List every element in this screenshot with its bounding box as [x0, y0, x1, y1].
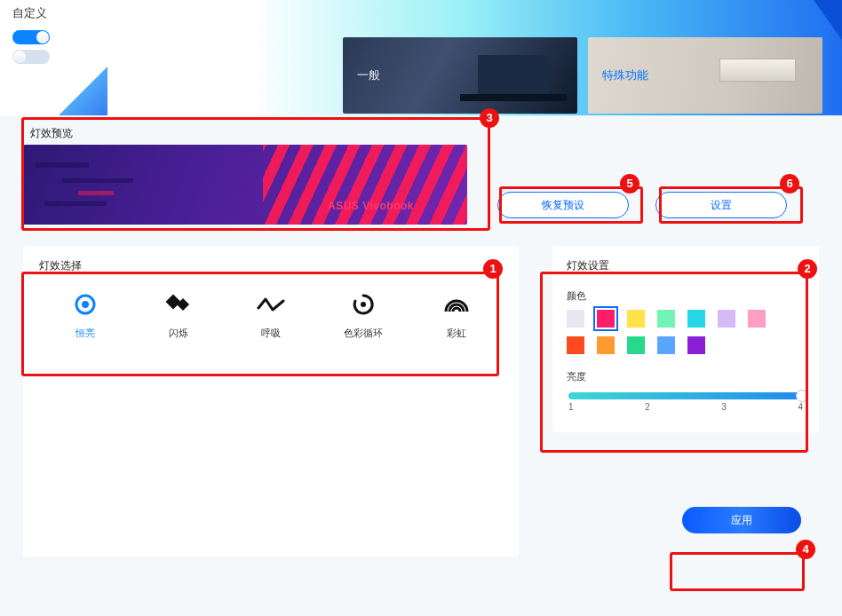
breathe-icon: [235, 289, 306, 320]
callout-badge-6: 6: [780, 174, 799, 193]
color-swatch[interactable]: [627, 310, 645, 328]
color-label: 颜色: [567, 289, 805, 303]
effect-label: 恒亮: [50, 327, 121, 340]
effects-panel: 灯效选择 恒亮 闪烁: [23, 246, 519, 557]
preview-brand: ASUS Vivobook: [328, 200, 414, 212]
color-swatch[interactable]: [567, 310, 584, 328]
color-swatches: [567, 310, 789, 354]
color-swatch[interactable]: [597, 310, 615, 328]
brightness-slider[interactable]: [568, 392, 803, 399]
tick: 4: [798, 403, 803, 412]
tab-general-label: 一般: [357, 67, 380, 83]
customize-label: 自定义: [12, 5, 325, 21]
callout-badge-5: 5: [620, 174, 639, 193]
effect-colorcycle[interactable]: 色彩循环: [328, 289, 399, 340]
effects-panel-title: 灯效选择: [39, 258, 503, 273]
svg-point-4: [361, 302, 366, 307]
effect-label: 彩虹: [421, 327, 492, 340]
brightness-section: 亮度 1 2 3 4: [567, 370, 805, 412]
settings-button[interactable]: 设置: [655, 192, 787, 218]
color-swatch[interactable]: [657, 336, 675, 354]
color-swatch[interactable]: [687, 310, 705, 328]
toggle-secondary[interactable]: [12, 50, 50, 64]
lighting-preview: ASUS Vivobook: [23, 145, 467, 225]
main: 灯效预览 ASUS Vivobook 恢复预设 设置 灯效选择 恒亮: [0, 115, 842, 557]
callout-badge-2: 2: [798, 259, 817, 279]
color-swatch[interactable]: [567, 336, 584, 354]
effect-blink[interactable]: 闪烁: [143, 289, 214, 340]
effect-label: 呼吸: [235, 327, 306, 340]
action-button-row: 恢复预设 设置: [497, 192, 787, 218]
static-icon: [50, 289, 121, 320]
effects-list: 恒亮 闪烁 呼吸: [39, 289, 503, 340]
tab-general[interactable]: 一般: [343, 37, 577, 114]
tick: 3: [721, 403, 727, 412]
tick: 2: [645, 403, 650, 412]
header: 自定义 一般 特殊功能: [0, 0, 842, 115]
brightness-ticks: 1 2 3 4: [567, 403, 805, 412]
effect-static[interactable]: 恒亮: [50, 289, 121, 340]
blink-icon: [143, 289, 214, 320]
apply-button[interactable]: 应用: [682, 507, 801, 533]
tab-special[interactable]: 特殊功能: [588, 37, 822, 114]
tick: 1: [568, 403, 574, 412]
colorcycle-icon: [328, 289, 399, 320]
brightness-thumb[interactable]: [796, 390, 808, 402]
effect-breathe[interactable]: 呼吸: [235, 289, 306, 340]
preview-glitch-art: [36, 155, 204, 216]
toggle-group: [12, 30, 325, 64]
callout-badge-3: 3: [480, 108, 499, 128]
effect-label: 闪烁: [143, 327, 214, 340]
color-swatch[interactable]: [657, 310, 675, 328]
effect-rainbow[interactable]: 彩虹: [421, 289, 492, 340]
tab-special-label: 特殊功能: [602, 67, 648, 83]
color-swatch[interactable]: [718, 310, 735, 328]
callout-badge-4: 4: [796, 540, 815, 559]
restore-preset-button[interactable]: 恢复预设: [497, 192, 629, 218]
settings-panel-title: 灯效设置: [567, 258, 805, 273]
preview-stripes: [263, 145, 467, 225]
decorative-corner: [806, 0, 842, 40]
preview-title: 灯效预览: [30, 126, 819, 141]
callout-badge-1: 1: [483, 259, 503, 279]
brightness-label: 亮度: [567, 370, 805, 383]
color-swatch[interactable]: [748, 310, 766, 328]
color-swatch[interactable]: [627, 336, 645, 354]
svg-point-1: [82, 301, 89, 308]
effect-label: 色彩循环: [328, 327, 399, 340]
svg-rect-2: [165, 295, 180, 310]
color-swatch[interactable]: [687, 336, 705, 354]
rainbow-icon: [421, 289, 492, 320]
color-swatch[interactable]: [597, 336, 615, 354]
settings-panel: 灯效设置 颜色 亮度: [552, 246, 819, 432]
decorative-wedge: [59, 67, 107, 115]
header-left: 自定义: [0, 0, 338, 115]
callout-box-4: [670, 552, 805, 591]
toggle-master[interactable]: [12, 30, 50, 44]
